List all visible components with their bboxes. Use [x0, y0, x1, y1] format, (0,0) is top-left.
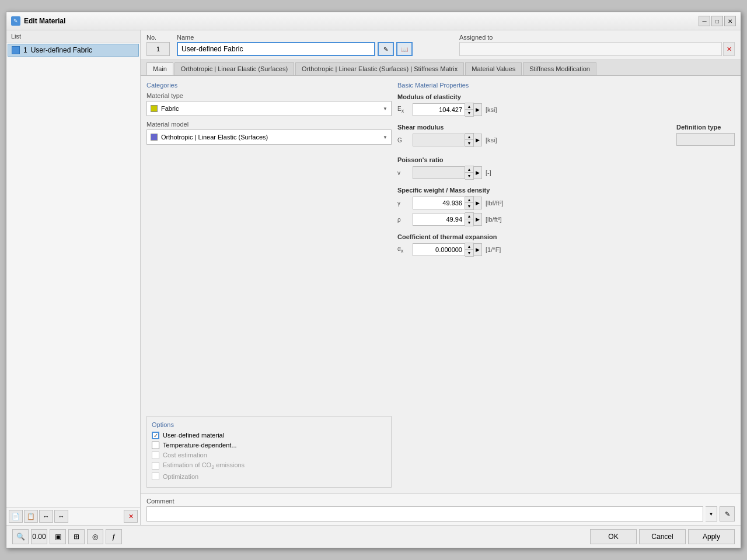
- g-spin-up[interactable]: ▲: [465, 134, 473, 140]
- g-subscript: G: [397, 137, 409, 144]
- tool-display[interactable]: ▣: [50, 529, 66, 544]
- tool-btn-4[interactable]: ↔: [54, 510, 68, 523]
- ok-button[interactable]: OK: [590, 529, 637, 544]
- tab-stiffmod[interactable]: Stiffness Modification: [523, 62, 596, 75]
- rho-input[interactable]: [413, 213, 465, 226]
- alpha-input[interactable]: [413, 243, 465, 256]
- comment-input[interactable]: [146, 506, 703, 522]
- apply-button[interactable]: Apply: [688, 529, 735, 544]
- rho-arrow-right[interactable]: ▶: [474, 213, 482, 226]
- close-button[interactable]: ✕: [724, 16, 736, 26]
- v-unit: [-]: [486, 169, 491, 176]
- rho-spin-up[interactable]: ▲: [465, 213, 473, 219]
- book-button[interactable]: 📖: [396, 42, 413, 56]
- add-item-button[interactable]: 📄: [9, 510, 23, 523]
- g-input-wrap: ▲ ▼ ▶: [413, 133, 482, 147]
- sidebar-item[interactable]: 1 User-defined Fabric: [8, 44, 139, 57]
- alpha-arrow-right[interactable]: ▶: [474, 243, 482, 256]
- tabs: Main Orthotropic | Linear Elastic (Surfa…: [141, 60, 741, 76]
- material-type-label: Material type: [146, 92, 392, 99]
- comment-dropdown-arrow[interactable]: ▼: [706, 506, 717, 522]
- alpha-row: αx ▲ ▼ ▶ [1/°F]: [397, 243, 735, 257]
- ex-spin-down[interactable]: ▼: [465, 110, 473, 116]
- ex-input[interactable]: [413, 103, 465, 116]
- rho-row: ρ ▲ ▼ ▶ [lb/ft³]: [397, 212, 735, 226]
- gamma-spin-up[interactable]: ▲: [465, 197, 473, 203]
- ex-arrow-right[interactable]: ▶: [474, 103, 482, 116]
- material-type-dropdown[interactable]: Fabric ▼: [146, 101, 392, 116]
- definition-type-value: [676, 133, 735, 146]
- shear-left: Shear modulus G ▲ ▼: [397, 124, 497, 149]
- tool-grid[interactable]: ⊞: [68, 529, 85, 544]
- comment-section: Comment ▼ ✎: [141, 494, 741, 525]
- v-input[interactable]: [413, 166, 465, 179]
- checkbox-cost-estimation[interactable]: [152, 452, 159, 459]
- assigned-clear-button[interactable]: ✕: [723, 42, 735, 56]
- edit-name-button[interactable]: ✎: [378, 42, 394, 56]
- tool-decimal[interactable]: 0.00: [31, 529, 47, 544]
- comment-label: Comment: [146, 498, 735, 505]
- poissons-label: Poisson's ratio: [397, 156, 735, 163]
- v-spin-up[interactable]: ▲: [465, 166, 473, 173]
- rho-spin-down[interactable]: ▼: [465, 219, 473, 226]
- comment-edit-button[interactable]: ✎: [720, 506, 735, 522]
- options-section: Options User-defined material Temperatur…: [146, 416, 392, 488]
- material-type-color: [151, 105, 158, 112]
- checkbox-co2-estimation[interactable]: [152, 462, 159, 470]
- option-optimization-label: Optimization: [163, 473, 198, 480]
- name-input[interactable]: [177, 42, 375, 56]
- modulus-label: Modulus of elasticity: [397, 93, 735, 100]
- g-unit: [ksi]: [486, 136, 497, 144]
- minimize-button[interactable]: ─: [699, 16, 710, 26]
- maximize-button[interactable]: □: [711, 16, 723, 26]
- categories-section: Categories Material type Fabric ▼ Materi…: [146, 82, 392, 149]
- alpha-spin-up[interactable]: ▲: [465, 243, 473, 250]
- tab-matval[interactable]: Material Values: [465, 62, 522, 75]
- gamma-arrow-right[interactable]: ▶: [474, 197, 482, 209]
- poissons-group: Poisson's ratio v ▲ ▼ ▶ [-: [397, 156, 735, 180]
- gamma-unit: [lbf/ft³]: [486, 200, 504, 206]
- thermal-group: Coefficient of thermal expansion αx ▲ ▼ …: [397, 233, 735, 257]
- checkbox-user-defined[interactable]: [152, 432, 159, 439]
- gamma-spin-down[interactable]: ▼: [465, 203, 473, 209]
- dropdown-arrow-icon: ▼: [383, 106, 388, 111]
- option-user-defined: User-defined material: [152, 432, 386, 439]
- alpha-subscript: αx: [397, 246, 409, 254]
- material-type-group: Material type Fabric ▼: [146, 92, 392, 116]
- ex-spin-up[interactable]: ▲: [465, 103, 473, 110]
- alpha-spin-down[interactable]: ▼: [465, 250, 473, 256]
- checkbox-optimization[interactable]: [152, 473, 159, 480]
- header-row: No. 1 Name ✎ 📖 Assigned to ✕: [141, 30, 741, 60]
- gamma-input[interactable]: [413, 197, 465, 209]
- left-section: Categories Material type Fabric ▼ Materi…: [146, 82, 392, 488]
- thermal-label: Coefficient of thermal expansion: [397, 233, 735, 240]
- window-title: Edit Material: [24, 17, 695, 25]
- g-arrow-right[interactable]: ▶: [474, 134, 482, 146]
- gamma-row: γ ▲ ▼ ▶ [lbf/ft³]: [397, 196, 735, 210]
- edit-material-window: ✎ Edit Material ─ □ ✕ List 1 User-define…: [6, 12, 741, 548]
- tool-search[interactable]: 🔍: [12, 529, 29, 544]
- checkbox-temp-dependent[interactable]: [152, 442, 159, 449]
- delete-item-button[interactable]: ✕: [124, 510, 138, 523]
- assigned-label: Assigned to: [459, 34, 735, 41]
- tab-main[interactable]: Main: [146, 62, 173, 75]
- sidebar-item-label: User-defined Fabric: [31, 46, 92, 54]
- tab-ortho1[interactable]: Orthotropic | Linear Elastic (Surfaces): [174, 62, 294, 75]
- footer-buttons: OK Cancel Apply: [590, 529, 735, 544]
- copy-item-button[interactable]: 📋: [24, 510, 38, 523]
- rho-spin: ▲ ▼: [465, 212, 474, 226]
- material-type-value: Fabric: [161, 105, 383, 112]
- poissons-row: v ▲ ▼ ▶ [-]: [397, 166, 735, 180]
- g-input[interactable]: [413, 134, 465, 146]
- v-spin-down[interactable]: ▼: [465, 173, 473, 179]
- material-model-dropdown[interactable]: Orthotropic | Linear Elastic (Surfaces) …: [146, 130, 392, 145]
- material-model-group: Material model Orthotropic | Linear Elas…: [146, 121, 392, 145]
- tool-function[interactable]: ƒ: [106, 529, 122, 544]
- tab-ortho2[interactable]: Orthotropic | Linear Elastic (Surfaces) …: [295, 62, 464, 75]
- cancel-button[interactable]: Cancel: [639, 529, 686, 544]
- g-spin-down[interactable]: ▼: [465, 140, 473, 146]
- v-arrow-right[interactable]: ▶: [474, 166, 482, 179]
- tool-btn-3[interactable]: ↔: [39, 510, 53, 523]
- tool-circle[interactable]: ◎: [87, 529, 103, 544]
- gamma-subscript: γ: [397, 200, 409, 206]
